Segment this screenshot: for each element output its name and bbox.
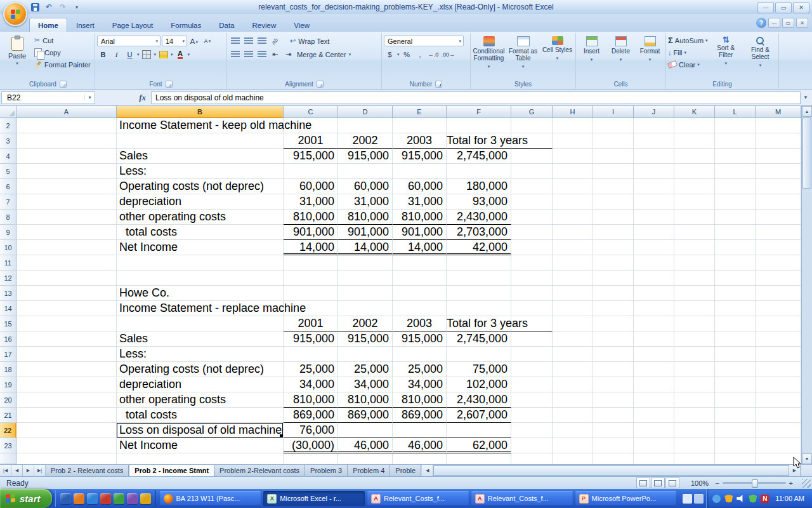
cell-D9[interactable]: 901,000 [338,225,393,240]
cell-H20[interactable] [553,392,593,408]
cell-B6[interactable]: Operating costs (not deprec) [117,179,284,194]
conditional-formatting-button[interactable]: Conditional Formatting▾ [473,34,505,70]
cell-G18[interactable] [511,362,553,377]
cell-M13[interactable] [756,286,801,301]
cell-H4[interactable] [553,149,593,164]
cell-D15[interactable]: 2002 [338,316,393,331]
cell-K[interactable] [674,453,715,464]
cell-M8[interactable] [756,210,801,225]
cell-K20[interactable] [674,392,715,408]
cell-C21[interactable]: 869,000 [284,408,338,423]
redo-button[interactable]: ↷ [57,2,69,12]
cell-B[interactable] [117,453,284,464]
cell-B14[interactable]: Income Statement - replace machine [117,301,284,316]
cell-A19[interactable] [16,377,117,392]
quick-launch-icon-3[interactable] [87,493,98,504]
cell-J10[interactable] [634,240,674,255]
cell-L[interactable] [715,453,756,464]
cell-C5[interactable] [284,164,338,179]
format-button[interactable]: Format▾ [636,34,664,63]
page-layout-view-button[interactable] [651,478,665,488]
cell-C6[interactable]: 60,000 [284,179,338,194]
cell-D6[interactable]: 60,000 [338,179,393,194]
cell-H22[interactable] [553,423,593,438]
row-header-10[interactable]: 10 [0,240,16,255]
cell-E23[interactable]: 46,000 [393,438,447,453]
cell-C[interactable] [284,453,338,464]
cell-E4[interactable]: 915,000 [393,149,447,164]
cell-K17[interactable] [674,347,715,362]
cell-E22[interactable] [393,423,447,438]
cell-D19[interactable]: 34,000 [338,377,393,392]
cell-E20[interactable]: 810,000 [393,392,447,408]
cell-I8[interactable] [593,210,634,225]
cell-C3[interactable]: 2001 [284,133,338,149]
number-format-select[interactable]: General▾ [384,36,464,46]
cell-I10[interactable] [593,240,634,255]
horizontal-scrollbar[interactable]: ◀ ▶ [422,465,801,476]
cell-A4[interactable] [16,149,117,164]
cell-D7[interactable]: 31,000 [338,194,393,210]
cell-B3[interactable] [117,133,284,149]
taskbar-window-microsoft-excel-r[interactable]: XMicrosoft Excel - r... [263,491,365,506]
row-header-5[interactable]: 5 [0,164,16,179]
cell-K13[interactable] [674,286,715,301]
cell-G3[interactable] [511,133,553,149]
cell-H5[interactable] [553,164,593,179]
cell-F6[interactable]: 180,000 [447,179,511,194]
minimize-button[interactable]: — [757,2,774,13]
quick-launch-icon-2[interactable] [74,493,84,504]
cell-E6[interactable]: 60,000 [393,179,447,194]
cell-J17[interactable] [634,347,674,362]
cell-M10[interactable] [756,240,801,255]
cell-G16[interactable] [511,331,553,347]
merge-center-button[interactable]: Merge & Center▾ [296,48,352,60]
column-header-A[interactable]: A [16,106,117,118]
cell-J4[interactable] [634,149,674,164]
cell-F8[interactable]: 2,430,000 [447,210,511,225]
cell-I6[interactable] [593,179,634,194]
cell-M5[interactable] [756,164,801,179]
column-header-H[interactable]: H [553,106,593,118]
cell-E3[interactable]: 2003 [393,133,447,149]
cell-H7[interactable] [553,194,593,210]
cell-A18[interactable] [16,362,117,377]
cell-H19[interactable] [553,377,593,392]
cell-F14[interactable] [447,301,511,316]
cell-J21[interactable] [634,408,674,423]
cell-M7[interactable] [756,194,801,210]
cell-I2[interactable] [593,118,634,133]
cell-H11[interactable] [553,255,593,271]
close-button[interactable]: ✕ [793,2,809,13]
row-header-22[interactable]: 22 [0,423,16,438]
cell-G9[interactable] [511,225,553,240]
row-header-9[interactable]: 9 [0,225,16,240]
cell-G[interactable] [511,453,553,464]
page-break-preview-button[interactable] [665,478,679,488]
cell-K5[interactable] [674,164,715,179]
row-header-12[interactable]: 12 [0,271,16,286]
cell-C11[interactable] [284,255,338,271]
first-sheet-button[interactable]: |◀ [0,465,11,476]
cell-H10[interactable] [553,240,593,255]
row-header-2[interactable]: 2 [0,118,16,133]
cell-G23[interactable] [511,438,553,453]
cell-B11[interactable] [117,255,284,271]
quick-launch-icon-7[interactable] [140,493,151,504]
quick-launch-icon-4[interactable] [100,493,111,504]
ribbon-tab-view[interactable]: View [285,18,318,32]
italic-button[interactable]: I [110,49,122,60]
cell-K11[interactable] [674,255,715,271]
font-size-select[interactable]: 14▾ [162,36,187,46]
cell-H[interactable] [553,453,593,464]
cell-C18[interactable]: 25,000 [284,362,338,377]
ribbon-tab-home[interactable]: Home [29,18,67,32]
cell-D11[interactable] [338,255,393,271]
cell-I23[interactable] [593,438,634,453]
cell-D8[interactable]: 810,000 [338,210,393,225]
quick-launch-icon-1[interactable] [60,493,71,504]
vertical-scroll-thumb[interactable] [802,117,811,189]
cell-D13[interactable] [338,286,393,301]
cell-I12[interactable] [593,271,634,286]
cell-G5[interactable] [511,164,553,179]
